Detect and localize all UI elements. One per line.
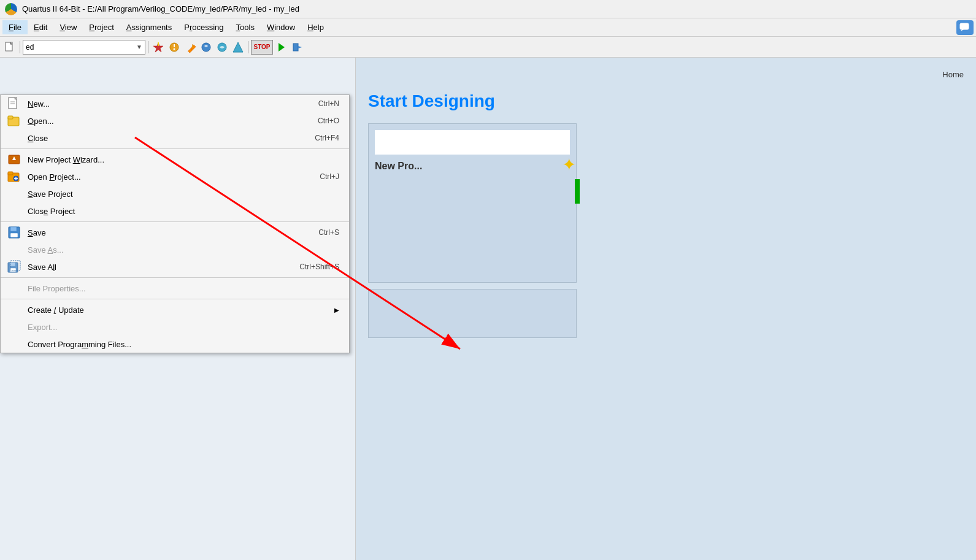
menu-close-project[interactable]: Close Project (1, 202, 349, 220)
toolbar-btn-2[interactable] (167, 40, 182, 55)
svg-rect-28 (8, 172, 13, 175)
menu-window-label: Window (267, 23, 295, 32)
svg-rect-0 (960, 23, 969, 29)
menu-new[interactable]: New... Ctrl+N (1, 95, 349, 112)
new-project-wizard-icon (7, 152, 21, 167)
svg-rect-33 (10, 227, 17, 231)
menu-save-project[interactable]: Save Project (1, 185, 349, 202)
menu-save-as-label: Save As... (28, 245, 64, 255)
menu-edit-label: Edit (34, 23, 47, 32)
menu-item-window[interactable]: Window (261, 20, 301, 34)
start-designing-heading: Start Designing (368, 91, 964, 111)
menu-item-file[interactable]: File (2, 20, 28, 34)
menu-create-update[interactable]: Create / Update ▶ (1, 301, 349, 318)
menu-save-all[interactable]: Save All Ctrl+Shift+S (1, 258, 349, 275)
toolbar-separator-3 (248, 41, 248, 53)
menu-export-label: Export... (28, 323, 57, 332)
menu-close-label: Close (28, 134, 48, 143)
menu-file-properties-label: File Properties... (28, 284, 86, 293)
menu-save-shortcut: Ctrl+S (318, 228, 339, 237)
title-bar-text: Quartus II 64-Bit - E:/All Program/Veril… (22, 4, 299, 13)
menu-save-label: Save (28, 228, 46, 237)
menu-item-tools[interactable]: Tools (230, 20, 261, 34)
menu-open-project-shortcut: Ctrl+J (320, 172, 339, 181)
new-project-card-label: New Pro... (375, 161, 570, 172)
toolbar-btn-3[interactable] (199, 40, 213, 55)
separator-1 (1, 148, 349, 149)
menu-project-label: Project (89, 23, 113, 32)
separator-3 (1, 277, 349, 278)
toolbar-btn-6[interactable] (290, 40, 305, 55)
toolbar-btn-1[interactable] (2, 40, 17, 55)
svg-marker-15 (233, 42, 243, 52)
menu-save-as[interactable]: Save As... (1, 241, 349, 258)
menu-close[interactable]: Close Ctrl+F4 (1, 129, 349, 147)
menu-new-project-wizard[interactable]: New Project Wizard... (1, 151, 349, 168)
svg-marker-18 (298, 46, 302, 48)
toolbar: ed ▼ (0, 37, 976, 58)
menu-assignments-label: Assignments (126, 23, 172, 32)
new-file-icon (7, 96, 21, 111)
toolbar-btn-play[interactable] (274, 40, 289, 55)
menu-item-view[interactable]: View (53, 20, 83, 34)
right-panel: Home Start Designing ✦ New Pro... (356, 58, 976, 560)
menu-file-label: File (9, 23, 21, 32)
menu-open-label: Open... (28, 117, 54, 126)
toolbar-dropdown-value: ed (26, 43, 34, 52)
menu-help-label: Help (307, 23, 324, 32)
save-all-icon (7, 259, 21, 274)
menu-open-shortcut: Ctrl+O (318, 117, 339, 125)
menu-close-project-label: Close Project (28, 207, 75, 216)
menu-open-project[interactable]: Open Project... Ctrl+J (1, 168, 349, 185)
menu-new-project-wizard-label: New Project Wizard... (28, 155, 104, 164)
toolbar-btn-stop[interactable]: STOP (251, 40, 273, 55)
menu-save-all-label: Save All (28, 263, 56, 272)
bottom-card (368, 289, 577, 338)
chat-icon[interactable] (956, 20, 974, 35)
svg-marker-16 (279, 43, 285, 52)
open-project-icon (7, 169, 21, 184)
menu-item-project[interactable]: Project (83, 20, 120, 34)
home-label: Home (368, 70, 964, 79)
menu-convert-programming[interactable]: Convert Programming Files... (1, 336, 349, 353)
main-area: New... Ctrl+N Open... Ctrl+O Close Ctrl+… (0, 58, 976, 560)
menu-file-properties[interactable]: File Properties... (1, 280, 349, 297)
title-bar: Quartus II 64-Bit - E:/All Program/Veril… (0, 0, 976, 18)
menu-create-update-label: Create / Update (28, 305, 84, 315)
svg-point-10 (174, 48, 175, 50)
menu-save-all-shortcut: Ctrl+Shift+S (299, 263, 339, 271)
chevron-down-icon: ▼ (136, 44, 142, 50)
toolbar-btn-4[interactable] (215, 40, 229, 55)
app-icon (5, 3, 17, 15)
main-card-area: ✦ New Pro... (368, 123, 577, 283)
left-panel: New... Ctrl+N Open... Ctrl+O Close Ctrl+… (0, 58, 356, 560)
green-accent-bar (575, 179, 580, 204)
submenu-arrow-icon: ▶ (334, 307, 339, 313)
svg-rect-24 (8, 116, 13, 119)
toolbar-btn-star[interactable] (151, 40, 166, 55)
menu-export[interactable]: Export... (1, 318, 349, 336)
svg-rect-34 (10, 233, 18, 237)
menu-item-edit[interactable]: Edit (28, 20, 53, 34)
stop-label: STOP (253, 44, 270, 50)
menu-convert-programming-label: Convert Programming Files... (28, 340, 131, 349)
menu-new-label: New... (28, 99, 50, 109)
separator-2 (1, 221, 349, 222)
menu-view-label: View (60, 23, 77, 32)
menu-open-project-label: Open Project... (28, 172, 81, 182)
file-dropdown-menu: New... Ctrl+N Open... Ctrl+O Close Ctrl+… (0, 94, 350, 353)
toolbar-btn-5[interactable] (231, 40, 245, 55)
menu-save-project-label: Save Project (28, 190, 73, 199)
menu-save[interactable]: Save Ctrl+S (1, 224, 349, 241)
open-file-icon (7, 113, 21, 128)
svg-rect-17 (293, 44, 298, 51)
menu-open[interactable]: Open... Ctrl+O (1, 112, 349, 129)
menu-new-shortcut: Ctrl+N (318, 99, 339, 108)
menu-item-assignments[interactable]: Assignments (120, 20, 178, 34)
toolbar-btn-pencil[interactable] (183, 40, 198, 55)
menu-item-processing[interactable]: Processing (178, 20, 229, 34)
toolbar-separator-2 (148, 41, 148, 53)
save-icon (7, 225, 21, 240)
toolbar-dropdown[interactable]: ed ▼ (23, 40, 145, 55)
menu-item-help[interactable]: Help (301, 20, 330, 34)
